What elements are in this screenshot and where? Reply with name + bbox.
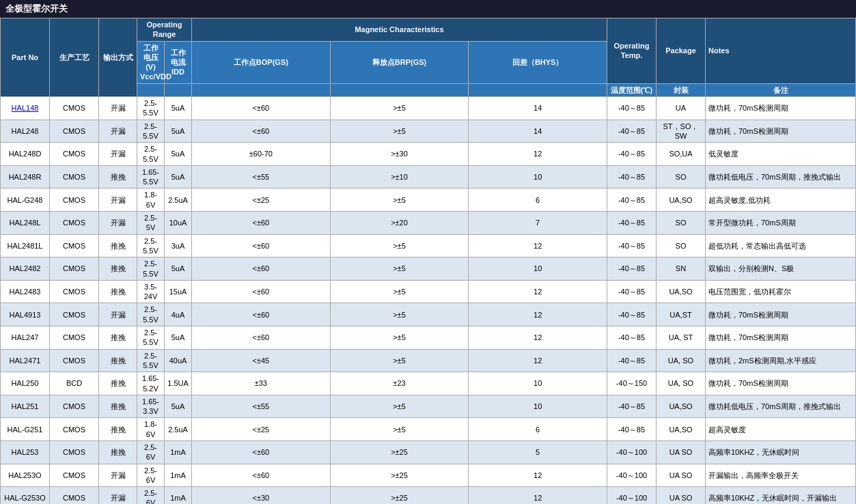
cell-bop: <±60 [192, 120, 331, 143]
cell-vcc: 1.65-5.2V [137, 372, 165, 395]
cell-idd: 2.5uA [165, 418, 192, 441]
table-row: HAL2481LCMOS推挽2.5-5.5V3uA<±60>±512-40～85… [1, 234, 856, 257]
cell-temp: -40～85 [607, 257, 657, 281]
cell-hys: 12 [469, 349, 607, 372]
cell-partno: HAL2471 [1, 349, 50, 372]
cell-vcc: 2.5-5.5V [137, 97, 165, 120]
cell-brp: >±5 [330, 326, 469, 350]
cell-brp: >±5 [330, 188, 469, 212]
partno-link[interactable]: HAL148 [12, 104, 39, 112]
cell-partno: HAL-G253O [1, 487, 50, 504]
page-title: 全极型霍尔开关 [0, 0, 856, 18]
cell-partno: HAL-G248 [1, 188, 50, 212]
cell-partno: HAL250 [1, 372, 50, 395]
cell-hys: 14 [469, 120, 607, 143]
cell-bop: <±60 [192, 280, 331, 303]
cell-pkg: UA, SO [657, 372, 706, 395]
col-header-bop: 工作点BOP(GS) [192, 41, 331, 83]
cell-notes: 微功耗，70mS检测周期 [706, 97, 856, 120]
cell-notes: 超高灵敏度,低功耗 [706, 188, 856, 212]
cell-pkg: SO [657, 165, 706, 188]
cell-bop: <±55 [192, 165, 331, 188]
table-row: HAL148CMOS开漏2.5-5.5V5uA<±60>±514-40～85UA… [1, 97, 856, 120]
cell-partno: HAL248L [1, 212, 50, 235]
cell-idd: 3uA [165, 234, 192, 257]
cell-hys: 10 [469, 372, 607, 395]
col-subheader-brp [330, 83, 469, 96]
cell-process: CMOS [50, 418, 99, 441]
cell-bop: <±60 [192, 440, 331, 464]
cell-vcc: 2.5-6V [137, 487, 165, 504]
table-row: HAL247CMOS推挽2.5-5.5V5uA<±60>±512-40～85UA… [1, 326, 856, 350]
col-header-operating-range: Operating Range [137, 18, 192, 42]
cell-hys: 12 [469, 234, 607, 257]
cell-output: 开漏 [99, 188, 137, 212]
cell-temp: -40～85 [607, 303, 657, 326]
cell-hys: 10 [469, 165, 607, 188]
cell-process: CMOS [50, 120, 99, 143]
cell-partno[interactable]: HAL148 [1, 97, 50, 120]
cell-output: 开漏 [99, 143, 137, 166]
cell-output: 推挽 [99, 234, 137, 257]
cell-notes: 常开型微功耗，70mS周期 [706, 212, 856, 235]
cell-temp: -40～85 [607, 234, 657, 257]
cell-vcc: 2.5-6V [137, 464, 165, 487]
cell-bop: <±55 [192, 395, 331, 418]
cell-pkg: ST，SO，SW [657, 120, 706, 143]
cell-process: CMOS [50, 487, 99, 504]
cell-pkg: UA, SO [657, 349, 706, 372]
cell-brp: >±5 [330, 234, 469, 257]
cell-idd: 5uA [165, 326, 192, 350]
cell-idd: 1mA [165, 464, 192, 487]
cell-idd: 4uA [165, 303, 192, 326]
cell-notes: 微功耗，70mS检测周期 [706, 120, 856, 143]
cell-bop: <±30 [192, 487, 331, 504]
cell-vcc: 2.5-5.5V [137, 234, 165, 257]
cell-output: 开漏 [99, 464, 137, 487]
cell-notes: 开漏输出，高频率全极开关 [706, 464, 856, 487]
cell-brp: >±5 [330, 97, 469, 120]
cell-idd: 5uA [165, 143, 192, 166]
cell-pkg: UA,SO [657, 280, 706, 303]
col-subheader-vcc [137, 83, 165, 96]
cell-brp: >±5 [330, 280, 469, 303]
cell-output: 推挽 [99, 280, 137, 303]
cell-temp: -40～85 [607, 165, 657, 188]
cell-brp: >±5 [330, 303, 469, 326]
cell-hys: 12 [469, 280, 607, 303]
cell-vcc: 2.5-5.5V [137, 120, 165, 143]
cell-notes: 高频率10KHZ，无休眠时间 [706, 440, 856, 464]
cell-pkg: SO [657, 234, 706, 257]
cell-partno: HAL-G251 [1, 418, 50, 441]
cell-bop: <±60 [192, 212, 331, 235]
cell-bop: <±60 [192, 464, 331, 487]
cell-notes: 电压范围宽，低功耗霍尔 [706, 280, 856, 303]
cell-temp: -40～150 [607, 372, 657, 395]
col-subheader-pkg: 封装 [657, 83, 706, 96]
col-header-pkg: Package [657, 18, 706, 84]
cell-process: CMOS [50, 464, 99, 487]
cell-idd: 15uA [165, 280, 192, 303]
cell-brp: >±5 [330, 395, 469, 418]
col-subheader-idd [165, 83, 192, 96]
cell-vcc: 2.5-5V [137, 212, 165, 235]
cell-temp: -40～85 [607, 97, 657, 120]
cell-brp: >±10 [330, 165, 469, 188]
cell-notes: 低灵敏度 [706, 143, 856, 166]
cell-output: 推挽 [99, 372, 137, 395]
cell-process: CMOS [50, 349, 99, 372]
cell-partno: HAL248 [1, 120, 50, 143]
cell-hys: 10 [469, 395, 607, 418]
cell-notes: 超低功耗，常态输出高低可选 [706, 234, 856, 257]
col-header-vcc: 工作电压(V) Vcc/VDD [137, 41, 165, 83]
table-row: HAL248LCMOS开漏2.5-5V10uA<±60>±207-40～85SO… [1, 212, 856, 235]
cell-output: 推挽 [99, 349, 137, 372]
cell-bop: <±60 [192, 234, 331, 257]
cell-process: CMOS [50, 395, 99, 418]
cell-hys: 6 [469, 418, 607, 441]
cell-brp: >±30 [330, 143, 469, 166]
col-header-hys: 回差（BHYS） [469, 41, 607, 83]
cell-hys: 7 [469, 212, 607, 235]
cell-vcc: 2.5-5.5V [137, 143, 165, 166]
col-subheader-bop [192, 83, 331, 96]
